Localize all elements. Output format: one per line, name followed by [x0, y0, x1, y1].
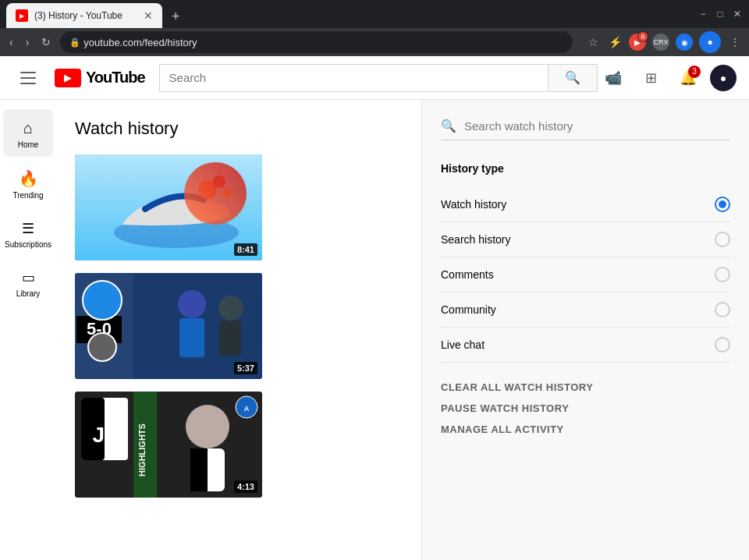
minimize-button[interactable]: − — [698, 9, 708, 19]
ext-crx-icon[interactable]: CRX — [652, 34, 669, 51]
youtube-logo-icon — [55, 69, 81, 87]
video-duration-3: 4:13 — [234, 480, 257, 493]
radio-circle-livechat — [715, 337, 730, 353]
search-input[interactable] — [159, 64, 548, 92]
svg-point-11 — [178, 290, 206, 318]
action-links: CLEAR ALL WATCH HISTORY PAUSE WATCH HIST… — [441, 381, 730, 435]
svg-rect-23 — [190, 448, 208, 491]
header-actions: 📹 ⊞ 🔔 3 ● — [598, 62, 737, 94]
radio-circle-search — [715, 232, 730, 247]
youtube-logo[interactable]: YouTube — [55, 69, 145, 87]
sidebar: ⌂ Home 🔥 Trending ☰ Subscriptions ▭ Libr… — [0, 100, 56, 560]
tab-close-button[interactable]: ✕ — [144, 9, 153, 22]
youtube-logo-text: YouTube — [86, 69, 145, 87]
radio-circle-comments — [715, 267, 730, 282]
svg-point-13 — [218, 296, 243, 321]
svg-text:A: A — [244, 405, 250, 413]
svg-point-3 — [213, 175, 225, 188]
main-content: Watch history — [56, 100, 749, 560]
radio-option-livechat[interactable]: Live chat — [441, 328, 730, 363]
browser-chrome: (3) History - YouTube ✕ + − □ ✕ ‹ › ↻ 🔒 … — [0, 0, 749, 56]
close-button[interactable]: ✕ — [732, 9, 743, 19]
address-input[interactable]: 🔒 youtube.com/feed/history — [60, 31, 573, 53]
youtube-app: YouTube 🔍 📹 ⊞ 🔔 3 ● ⌂ — [0, 56, 749, 560]
video-card-1[interactable]: 8:41 — [75, 154, 403, 261]
back-button[interactable]: ‹ — [6, 33, 16, 51]
more-options-icon[interactable]: ⋮ — [727, 34, 743, 50]
search-watch-input[interactable] — [464, 119, 730, 133]
content-area: Watch history — [56, 100, 421, 560]
upload-button[interactable]: 📹 — [598, 62, 629, 94]
sidebar-item-subscriptions[interactable]: ☰ Subscriptions — [3, 211, 53, 257]
menu-icon[interactable] — [12, 62, 44, 94]
home-icon: ⌂ — [23, 120, 33, 136]
radio-option-community[interactable]: Community — [441, 292, 730, 328]
active-tab[interactable]: (3) History - YouTube ✕ — [6, 3, 162, 28]
radio-option-search[interactable]: Search history — [441, 222, 730, 257]
radio-option-comments[interactable]: Comments — [441, 257, 730, 292]
user-avatar[interactable]: ● — [710, 65, 737, 91]
search-watch-icon: 🔍 — [441, 119, 456, 133]
svg-point-9 — [83, 281, 122, 320]
trending-icon: 🔥 — [19, 171, 38, 186]
history-type-section: History type Watch history Search histor… — [441, 162, 730, 363]
svg-text:JJ: JJ — [92, 423, 116, 447]
maximize-button[interactable]: □ — [715, 9, 726, 19]
extensions-icon[interactable]: ⚡ — [607, 34, 623, 50]
svg-rect-12 — [179, 318, 204, 357]
ext-badge: 6 — [637, 31, 648, 42]
sidebar-item-home[interactable]: ⌂ Home — [3, 109, 53, 157]
search-button[interactable]: 🔍 — [548, 64, 598, 92]
ext-blue-icon[interactable]: ◉ — [676, 34, 693, 51]
browser-profile-avatar[interactable]: ● — [699, 31, 721, 53]
svg-point-10 — [88, 333, 116, 361]
tab-bar: (3) History - YouTube ✕ + — [6, 0, 691, 28]
video-card-3[interactable]: JJ HIGHLIGHTS A — [75, 392, 403, 498]
video-thumbnail-2[interactable]: 5-0 5:37 — [75, 273, 262, 379]
radio-circle-community — [715, 302, 730, 317]
video-duration-2: 5:37 — [234, 362, 257, 374]
clear-history-link[interactable]: CLEAR ALL WATCH HISTORY — [441, 381, 730, 393]
tab-favicon — [16, 9, 28, 22]
reload-button[interactable]: ↻ — [38, 33, 54, 51]
forward-button[interactable]: › — [23, 33, 33, 51]
sidebar-library-label: Library — [16, 289, 41, 298]
tab-title: (3) History - YouTube — [34, 10, 122, 21]
video-duration-1: 8:41 — [234, 243, 257, 256]
address-bar: ‹ › ↻ 🔒 youtube.com/feed/history ☆ ⚡ ▶ 6… — [0, 28, 749, 56]
notifications-button[interactable]: 🔔 3 — [673, 62, 704, 94]
apps-button[interactable]: ⊞ — [635, 62, 666, 94]
video-thumbnail-1[interactable]: 8:41 — [75, 154, 262, 261]
window-controls: − □ ✕ — [698, 9, 743, 19]
right-panel: 🔍 History type Watch history Search hist… — [421, 100, 749, 560]
svg-point-4 — [222, 189, 232, 198]
browser-toolbar-icons: ☆ ⚡ ▶ 6 CRX ◉ ● ⋮ — [585, 31, 743, 53]
sidebar-home-label: Home — [18, 140, 39, 149]
radio-circle-watch — [715, 197, 730, 212]
yt-body: ⌂ Home 🔥 Trending ☰ Subscriptions ▭ Libr… — [0, 100, 749, 560]
video-card-2[interactable]: 5-0 5:37 — [75, 273, 403, 379]
radio-label-livechat: Live chat — [441, 338, 485, 351]
svg-point-2 — [198, 180, 217, 199]
ext-youtube-icon[interactable]: ▶ 6 — [629, 34, 646, 51]
radio-label-watch: Watch history — [441, 198, 506, 211]
subscriptions-icon: ☰ — [22, 222, 34, 236]
manage-activity-link[interactable]: MANAGE ALL ACTIVITY — [441, 424, 730, 435]
search-icon: 🔍 — [565, 70, 580, 85]
bookmark-icon[interactable]: ☆ — [585, 34, 601, 50]
radio-option-watch[interactable]: Watch history — [441, 187, 730, 222]
lock-icon: 🔒 — [69, 37, 80, 48]
radio-label-search: Search history — [441, 233, 510, 246]
title-bar: (3) History - YouTube ✕ + − □ ✕ — [0, 0, 749, 28]
new-tab-button[interactable]: + — [165, 5, 186, 28]
pause-history-link[interactable]: PAUSE WATCH HISTORY — [441, 402, 730, 414]
video-thumbnail-3[interactable]: JJ HIGHLIGHTS A — [75, 392, 262, 498]
notifications-badge: 3 — [688, 66, 701, 78]
sidebar-item-library[interactable]: ▭ Library — [3, 260, 53, 306]
search-box: 🔍 — [159, 64, 598, 92]
sidebar-subscriptions-label: Subscriptions — [5, 240, 51, 249]
sidebar-item-trending[interactable]: 🔥 Trending — [3, 160, 53, 207]
apps-icon: ⊞ — [645, 69, 657, 87]
radio-label-community: Community — [441, 303, 496, 316]
svg-text:HIGHLIGHTS: HIGHLIGHTS — [137, 424, 147, 477]
